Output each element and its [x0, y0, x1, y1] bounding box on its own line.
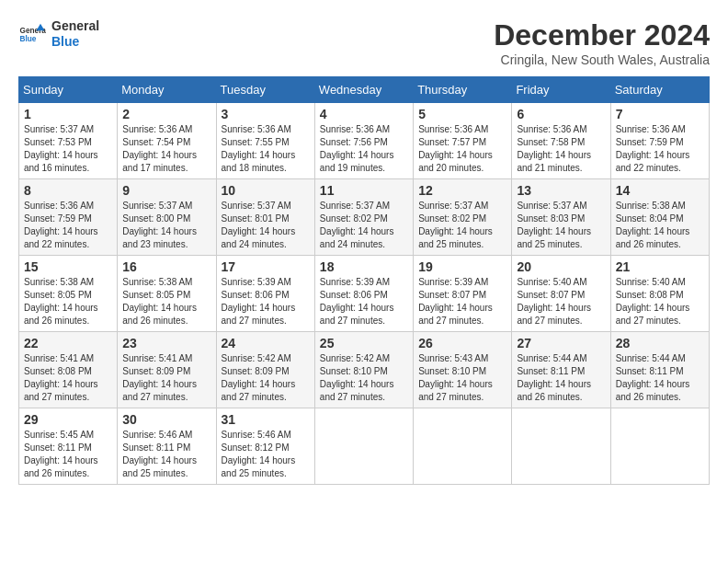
day-info: Sunrise: 5:36 AMSunset: 7:59 PMDaylight:…	[24, 200, 112, 251]
day-info: Sunrise: 5:37 AMSunset: 8:01 PMDaylight:…	[222, 200, 310, 251]
svg-text:Blue: Blue	[20, 34, 37, 42]
week-row-4: 22Sunrise: 5:41 AMSunset: 8:08 PMDayligh…	[19, 332, 710, 408]
day-number: 25	[320, 336, 408, 350]
calendar-cell	[414, 408, 512, 485]
calendar-cell: 15Sunrise: 5:38 AMSunset: 8:05 PMDayligh…	[19, 256, 118, 332]
week-row-3: 15Sunrise: 5:38 AMSunset: 8:05 PMDayligh…	[19, 256, 710, 332]
day-header-sunday: Sunday	[19, 77, 118, 103]
calendar-cell: 27Sunrise: 5:44 AMSunset: 8:11 PMDayligh…	[512, 332, 610, 408]
day-info: Sunrise: 5:36 AMSunset: 7:57 PMDaylight:…	[418, 123, 506, 175]
calendar-cell: 16Sunrise: 5:38 AMSunset: 8:05 PMDayligh…	[118, 256, 216, 332]
day-number: 28	[616, 336, 704, 350]
day-number: 10	[222, 183, 310, 198]
day-info: Sunrise: 5:46 AMSunset: 8:11 PMDaylight:…	[122, 429, 210, 480]
day-header-thursday: Thursday	[414, 77, 512, 103]
calendar-cell: 21Sunrise: 5:40 AMSunset: 8:08 PMDayligh…	[610, 256, 709, 332]
day-info: Sunrise: 5:43 AMSunset: 8:10 PMDaylight:…	[418, 352, 506, 404]
calendar-cell: 6Sunrise: 5:36 AMSunset: 7:58 PMDaylight…	[512, 103, 610, 179]
calendar-cell: 24Sunrise: 5:42 AMSunset: 8:09 PMDayligh…	[216, 332, 314, 408]
day-number: 30	[122, 412, 210, 427]
day-number: 21	[616, 259, 704, 274]
day-number: 2	[122, 107, 210, 121]
day-number: 14	[616, 183, 704, 198]
day-info: Sunrise: 5:39 AMSunset: 8:06 PMDaylight:…	[320, 276, 408, 327]
logo-icon: General Blue	[18, 20, 46, 48]
logo: General Blue General Blue	[18, 18, 99, 50]
calendar-table: SundayMondayTuesdayWednesdayThursdayFrid…	[18, 76, 710, 485]
week-row-1: 1Sunrise: 5:37 AMSunset: 7:53 PMDaylight…	[19, 103, 710, 179]
calendar-cell: 9Sunrise: 5:37 AMSunset: 8:00 PMDaylight…	[118, 179, 216, 256]
day-info: Sunrise: 5:42 AMSunset: 8:10 PMDaylight:…	[320, 352, 408, 404]
day-number: 24	[222, 336, 310, 350]
calendar-cell: 5Sunrise: 5:36 AMSunset: 7:57 PMDaylight…	[414, 103, 512, 179]
calendar-cell: 4Sunrise: 5:36 AMSunset: 7:56 PMDaylight…	[314, 103, 413, 179]
calendar-cell: 1Sunrise: 5:37 AMSunset: 7:53 PMDaylight…	[19, 103, 118, 179]
day-number: 19	[418, 259, 506, 274]
day-info: Sunrise: 5:37 AMSunset: 8:02 PMDaylight:…	[418, 200, 506, 251]
day-number: 22	[24, 336, 112, 350]
calendar-cell: 30Sunrise: 5:46 AMSunset: 8:11 PMDayligh…	[118, 408, 216, 485]
month-title: December 2024	[494, 18, 710, 52]
day-number: 7	[616, 107, 704, 121]
location: Cringila, New South Wales, Australia	[494, 52, 710, 67]
day-info: Sunrise: 5:36 AMSunset: 7:59 PMDaylight:…	[616, 123, 704, 175]
day-header-saturday: Saturday	[610, 77, 709, 103]
day-number: 4	[320, 107, 408, 121]
calendar-cell: 2Sunrise: 5:36 AMSunset: 7:54 PMDaylight…	[118, 103, 216, 179]
calendar-cell: 23Sunrise: 5:41 AMSunset: 8:09 PMDayligh…	[118, 332, 216, 408]
day-info: Sunrise: 5:44 AMSunset: 8:11 PMDaylight:…	[517, 352, 605, 404]
day-info: Sunrise: 5:38 AMSunset: 8:04 PMDaylight:…	[616, 200, 704, 251]
day-info: Sunrise: 5:37 AMSunset: 8:02 PMDaylight:…	[320, 200, 408, 251]
day-info: Sunrise: 5:36 AMSunset: 7:55 PMDaylight:…	[222, 123, 310, 175]
day-header-friday: Friday	[512, 77, 610, 103]
day-number: 23	[122, 336, 210, 350]
day-number: 13	[517, 183, 605, 198]
day-info: Sunrise: 5:36 AMSunset: 7:54 PMDaylight:…	[122, 123, 210, 175]
calendar-cell: 20Sunrise: 5:40 AMSunset: 8:07 PMDayligh…	[512, 256, 610, 332]
day-info: Sunrise: 5:39 AMSunset: 8:06 PMDaylight:…	[222, 276, 310, 327]
calendar-cell: 13Sunrise: 5:37 AMSunset: 8:03 PMDayligh…	[512, 179, 610, 256]
day-info: Sunrise: 5:45 AMSunset: 8:11 PMDaylight:…	[24, 429, 112, 480]
day-info: Sunrise: 5:42 AMSunset: 8:09 PMDaylight:…	[222, 352, 310, 404]
week-row-5: 29Sunrise: 5:45 AMSunset: 8:11 PMDayligh…	[19, 408, 710, 485]
day-number: 17	[222, 259, 310, 274]
calendar-cell: 17Sunrise: 5:39 AMSunset: 8:06 PMDayligh…	[216, 256, 314, 332]
calendar-cell: 31Sunrise: 5:46 AMSunset: 8:12 PMDayligh…	[216, 408, 314, 485]
day-header-monday: Monday	[118, 77, 216, 103]
calendar-cell: 26Sunrise: 5:43 AMSunset: 8:10 PMDayligh…	[414, 332, 512, 408]
calendar-cell: 25Sunrise: 5:42 AMSunset: 8:10 PMDayligh…	[314, 332, 413, 408]
calendar-cell: 22Sunrise: 5:41 AMSunset: 8:08 PMDayligh…	[19, 332, 118, 408]
day-number: 3	[222, 107, 310, 121]
day-number: 9	[122, 183, 210, 198]
day-number: 18	[320, 259, 408, 274]
day-info: Sunrise: 5:37 AMSunset: 7:53 PMDaylight:…	[24, 123, 112, 175]
day-info: Sunrise: 5:36 AMSunset: 7:58 PMDaylight:…	[517, 123, 605, 175]
day-number: 31	[222, 412, 310, 427]
calendar-cell: 3Sunrise: 5:36 AMSunset: 7:55 PMDaylight…	[216, 103, 314, 179]
day-number: 12	[418, 183, 506, 198]
day-info: Sunrise: 5:37 AMSunset: 8:03 PMDaylight:…	[517, 200, 605, 251]
calendar-cell: 11Sunrise: 5:37 AMSunset: 8:02 PMDayligh…	[314, 179, 413, 256]
calendar-cell: 14Sunrise: 5:38 AMSunset: 8:04 PMDayligh…	[610, 179, 709, 256]
calendar-cell: 19Sunrise: 5:39 AMSunset: 8:07 PMDayligh…	[414, 256, 512, 332]
day-number: 5	[418, 107, 506, 121]
day-info: Sunrise: 5:39 AMSunset: 8:07 PMDaylight:…	[418, 276, 506, 327]
week-row-2: 8Sunrise: 5:36 AMSunset: 7:59 PMDaylight…	[19, 179, 710, 256]
day-info: Sunrise: 5:44 AMSunset: 8:11 PMDaylight:…	[616, 352, 704, 404]
day-header-tuesday: Tuesday	[216, 77, 314, 103]
day-info: Sunrise: 5:36 AMSunset: 7:56 PMDaylight:…	[320, 123, 408, 175]
day-header-wednesday: Wednesday	[314, 77, 413, 103]
calendar-cell	[314, 408, 413, 485]
day-number: 11	[320, 183, 408, 198]
calendar-cell: 29Sunrise: 5:45 AMSunset: 8:11 PMDayligh…	[19, 408, 118, 485]
day-info: Sunrise: 5:37 AMSunset: 8:00 PMDaylight:…	[122, 200, 210, 251]
logo-text: General Blue	[51, 18, 99, 50]
calendar-cell: 18Sunrise: 5:39 AMSunset: 8:06 PMDayligh…	[314, 256, 413, 332]
day-number: 27	[517, 336, 605, 350]
day-info: Sunrise: 5:41 AMSunset: 8:09 PMDaylight:…	[122, 352, 210, 404]
day-info: Sunrise: 5:40 AMSunset: 8:08 PMDaylight:…	[616, 276, 704, 327]
day-info: Sunrise: 5:41 AMSunset: 8:08 PMDaylight:…	[24, 352, 112, 404]
day-info: Sunrise: 5:38 AMSunset: 8:05 PMDaylight:…	[122, 276, 210, 327]
calendar-cell: 7Sunrise: 5:36 AMSunset: 7:59 PMDaylight…	[610, 103, 709, 179]
calendar-cell: 28Sunrise: 5:44 AMSunset: 8:11 PMDayligh…	[610, 332, 709, 408]
